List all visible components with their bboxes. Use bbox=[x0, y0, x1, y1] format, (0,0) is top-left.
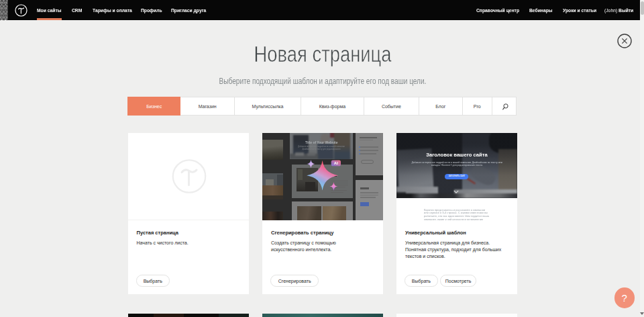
svg-text:AI: AI bbox=[334, 161, 338, 165]
